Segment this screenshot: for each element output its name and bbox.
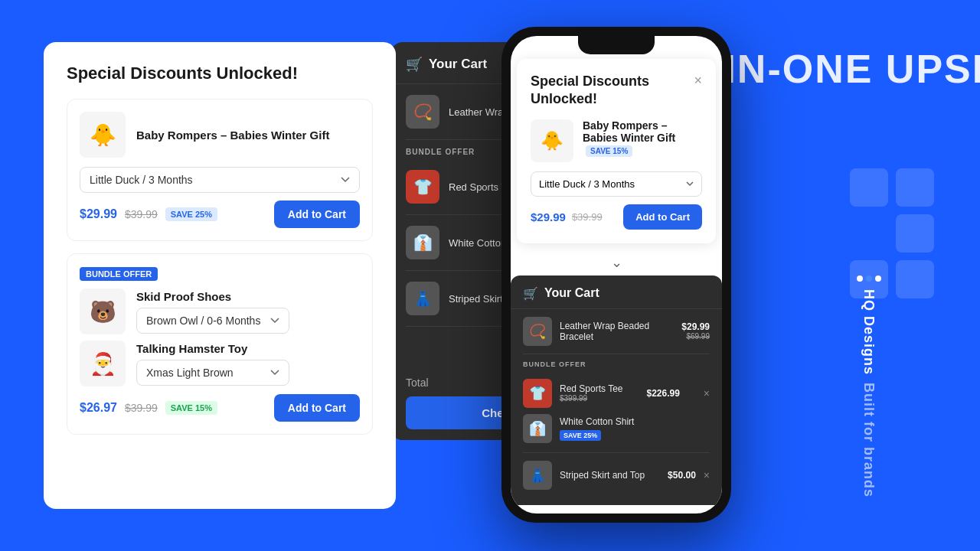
cart-item-shirt-image: 👔: [406, 226, 439, 259]
phone-bundle-save-badge: SAVE 25%: [560, 430, 601, 441]
phone-bundle-tee-price: $226.99: [646, 388, 679, 399]
phone-cart-items: 📿 Leather Wrap Beaded Bracelet $29.99 $6…: [511, 309, 722, 354]
dot-3: [857, 276, 863, 282]
dot-1: [875, 276, 881, 282]
phone-save-badge: SAVE 15%: [586, 145, 632, 157]
cart-drawer-title: Your Cart: [429, 57, 487, 72]
product-2-image: 🐻: [80, 289, 126, 334]
phone-bundle-label: BUNDLE OFFER: [511, 354, 722, 370]
phone-content: × Special Discounts Unlocked! 🐥 Baby Rom…: [511, 36, 722, 514]
product-1-image: 🐥: [80, 112, 126, 158]
phone-cart-bracelet-name: Leather Wrap Beaded Bracelet: [560, 321, 674, 342]
cart-item-tee-image: 👕: [406, 170, 439, 204]
phone-modal-product-row: 🐥 Baby Rompers – Babies Winter Gift SAVE…: [531, 119, 702, 162]
phone-cart-title: Your Cart: [544, 286, 599, 300]
product-1-variant-select[interactable]: Little Duck / 3 Months: [80, 167, 360, 193]
phone-bundle-tee-img: 👕: [523, 379, 552, 408]
product-3-variant-select[interactable]: Xmas Light Brown: [136, 360, 289, 386]
phone-mockup: × Special Discounts Unlocked! 🐥 Baby Rom…: [501, 27, 731, 523]
bundle-offer-badge: BUNDLE OFFER: [80, 267, 158, 281]
phone-cart-bracelet-price: $29.99: [681, 321, 710, 332]
phone-cart-header: 🛒 Your Cart: [511, 276, 722, 309]
product-3-image: 🎅: [80, 341, 126, 386]
phone-frame: × Special Discounts Unlocked! 🐥 Baby Rom…: [501, 27, 731, 523]
cart-item-skirt-image: 👗: [406, 282, 439, 315]
bundle-offer-card: BUNDLE OFFER 🐻 Skid Proof Shoes Brown Ow…: [67, 253, 373, 435]
left-panel-title: Special Discounts Unlocked!: [67, 64, 373, 83]
cart-icon: 🛒: [406, 56, 423, 73]
phone-add-to-cart-button[interactable]: Add to Cart: [623, 204, 702, 230]
phone-cart-striped-name: Striped Skirt and Top: [560, 470, 660, 481]
deco-box-3: [850, 214, 888, 253]
phone-bundle-shirt-name: White Cotton Shirt: [560, 416, 634, 427]
phone-bundle-items: 👕 Red Sports Tee $399.99 $226.99 ×: [511, 370, 722, 497]
right-label: HQ Designs Built for brands: [857, 276, 881, 497]
phone-price-new: $29.99: [531, 210, 566, 223]
phone-cart-section: 🛒 Your Cart 📿 Leather Wrap Beaded Bracel…: [511, 276, 722, 505]
left-panel-modal: Special Discounts Unlocked! 🐥 Baby Rompe…: [44, 42, 396, 509]
phone-bundle-item-shirt: 👔 White Cotton Shirt SAVE 25%: [523, 411, 710, 446]
phone-modal-title: Special Discounts Unlocked!: [531, 73, 702, 109]
phone-variant-select[interactable]: Little Duck / 3 Months: [531, 171, 702, 197]
deco-box-2: [896, 168, 934, 207]
phone-cart-bracelet-old-price: $69.99: [681, 332, 710, 341]
phone-cart-item-striped: 👗 Striped Skirt and Top $50.00 ×: [523, 453, 710, 497]
phone-bundle-tee-remove-button[interactable]: ×: [704, 387, 710, 399]
phone-modal: × Special Discounts Unlocked! 🐥 Baby Rom…: [517, 59, 716, 243]
product-3-name: Talking Hamster Toy: [136, 342, 289, 355]
bundle-add-button[interactable]: Add to Cart: [274, 394, 360, 422]
phone-cart-striped-price: $50.00: [668, 470, 696, 481]
product-1-add-button[interactable]: Add to Cart: [274, 201, 360, 228]
product-1-name: Baby Rompers – Babies Winter Gift: [136, 129, 329, 142]
phone-price-row: $29.99 $39.99 Add to Cart: [531, 204, 702, 230]
phone-bundle-shirt-img: 👔: [523, 414, 552, 443]
hq-designs-label: HQ Designs: [861, 289, 877, 375]
phone-cart-striped-img: 👗: [523, 461, 552, 490]
deco-box-4: [896, 214, 934, 253]
cart-item-bracelet-image: 📿: [406, 95, 439, 129]
product-card-1: 🐥 Baby Rompers – Babies Winter Gift Litt…: [67, 99, 373, 241]
deco-box-6: [896, 260, 934, 298]
product-1-price-new: $29.99: [80, 207, 117, 221]
dot-2: [866, 276, 872, 282]
deco-box-1: [850, 168, 888, 207]
phone-price-old: $39.99: [572, 211, 603, 223]
built-for-brands-label: Built for brands: [861, 383, 877, 497]
phone-product-name: Baby Rompers – Babies Winter Gift SAVE 1…: [583, 119, 702, 157]
phone-product-image: 🐥: [531, 119, 573, 162]
phone-cart-bracelet-img: 📿: [523, 317, 552, 346]
phone-notch: [578, 36, 655, 54]
phone-cart-icon: 🛒: [523, 286, 538, 301]
phone-striped-remove-button[interactable]: ×: [704, 469, 710, 481]
phone-bundle-tee-name: Red Sports Tee: [560, 383, 623, 394]
product-2-variant-select[interactable]: Brown Owl / 0-6 Months: [136, 308, 289, 334]
bundle-price-new: $26.97: [80, 401, 117, 415]
decoration-dots: [857, 276, 881, 282]
chevron-divider: ⌄: [511, 249, 722, 276]
phone-cart-item-bracelet: 📿 Leather Wrap Beaded Bracelet $29.99 $6…: [523, 309, 710, 354]
total-label: Total: [406, 377, 429, 389]
phone-bundle-group-shirts: 👕 Red Sports Tee $399.99 $226.99 ×: [523, 370, 710, 453]
product-1-price-old: $39.99: [125, 208, 158, 220]
bundle-save-badge: SAVE 15%: [165, 401, 217, 415]
product-1-save-badge: SAVE 25%: [165, 207, 217, 221]
phone-modal-close-button[interactable]: ×: [694, 73, 702, 89]
bundle-price-old: $39.99: [125, 402, 158, 414]
phone-screen: × Special Discounts Unlocked! 🐥 Baby Rom…: [511, 36, 722, 514]
phone-bundle-item-tee: 👕 Red Sports Tee $399.99 $226.99 ×: [523, 376, 710, 411]
phone-bundle-tee-old-price: $399.99: [560, 394, 623, 403]
product-2-name: Skid Proof Shoes: [136, 290, 289, 303]
